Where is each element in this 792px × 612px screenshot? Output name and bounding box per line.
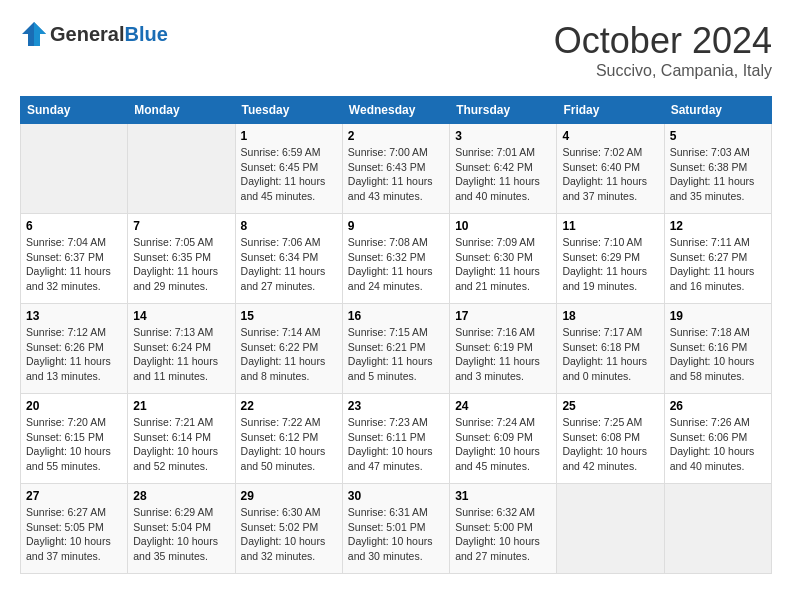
weekday-header-row: SundayMondayTuesdayWednesdayThursdayFrid… — [21, 97, 772, 124]
day-number: 12 — [670, 219, 766, 233]
svg-marker-1 — [34, 22, 46, 46]
day-number: 11 — [562, 219, 658, 233]
weekday-header: Thursday — [450, 97, 557, 124]
day-number: 26 — [670, 399, 766, 413]
day-number: 18 — [562, 309, 658, 323]
calendar-day-cell: 5Sunrise: 7:03 AM Sunset: 6:38 PM Daylig… — [664, 124, 771, 214]
day-number: 8 — [241, 219, 337, 233]
day-info: Sunrise: 7:17 AM Sunset: 6:18 PM Dayligh… — [562, 325, 658, 384]
day-number: 13 — [26, 309, 122, 323]
day-info: Sunrise: 7:06 AM Sunset: 6:34 PM Dayligh… — [241, 235, 337, 294]
day-info: Sunrise: 7:26 AM Sunset: 6:06 PM Dayligh… — [670, 415, 766, 474]
calendar-day-cell: 25Sunrise: 7:25 AM Sunset: 6:08 PM Dayli… — [557, 394, 664, 484]
day-info: Sunrise: 6:30 AM Sunset: 5:02 PM Dayligh… — [241, 505, 337, 564]
weekday-header: Friday — [557, 97, 664, 124]
day-number: 31 — [455, 489, 551, 503]
day-info: Sunrise: 7:04 AM Sunset: 6:37 PM Dayligh… — [26, 235, 122, 294]
calendar-day-cell — [664, 484, 771, 574]
calendar-week-row: 20Sunrise: 7:20 AM Sunset: 6:15 PM Dayli… — [21, 394, 772, 484]
calendar-day-cell: 4Sunrise: 7:02 AM Sunset: 6:40 PM Daylig… — [557, 124, 664, 214]
day-number: 6 — [26, 219, 122, 233]
day-info: Sunrise: 7:18 AM Sunset: 6:16 PM Dayligh… — [670, 325, 766, 384]
logo: GeneralBlue — [20, 20, 168, 48]
calendar-day-cell: 30Sunrise: 6:31 AM Sunset: 5:01 PM Dayli… — [342, 484, 449, 574]
calendar-week-row: 13Sunrise: 7:12 AM Sunset: 6:26 PM Dayli… — [21, 304, 772, 394]
day-number: 28 — [133, 489, 229, 503]
day-number: 17 — [455, 309, 551, 323]
day-number: 19 — [670, 309, 766, 323]
calendar-week-row: 27Sunrise: 6:27 AM Sunset: 5:05 PM Dayli… — [21, 484, 772, 574]
day-info: Sunrise: 7:24 AM Sunset: 6:09 PM Dayligh… — [455, 415, 551, 474]
calendar-day-cell: 12Sunrise: 7:11 AM Sunset: 6:27 PM Dayli… — [664, 214, 771, 304]
calendar-day-cell — [21, 124, 128, 214]
calendar-day-cell: 18Sunrise: 7:17 AM Sunset: 6:18 PM Dayli… — [557, 304, 664, 394]
calendar-day-cell — [557, 484, 664, 574]
day-info: Sunrise: 6:27 AM Sunset: 5:05 PM Dayligh… — [26, 505, 122, 564]
day-info: Sunrise: 7:09 AM Sunset: 6:30 PM Dayligh… — [455, 235, 551, 294]
weekday-header: Saturday — [664, 97, 771, 124]
day-info: Sunrise: 6:31 AM Sunset: 5:01 PM Dayligh… — [348, 505, 444, 564]
calendar-day-cell: 2Sunrise: 7:00 AM Sunset: 6:43 PM Daylig… — [342, 124, 449, 214]
weekday-header: Wednesday — [342, 97, 449, 124]
day-info: Sunrise: 7:01 AM Sunset: 6:42 PM Dayligh… — [455, 145, 551, 204]
day-info: Sunrise: 7:16 AM Sunset: 6:19 PM Dayligh… — [455, 325, 551, 384]
day-number: 25 — [562, 399, 658, 413]
day-info: Sunrise: 7:10 AM Sunset: 6:29 PM Dayligh… — [562, 235, 658, 294]
calendar-day-cell: 1Sunrise: 6:59 AM Sunset: 6:45 PM Daylig… — [235, 124, 342, 214]
calendar-day-cell: 10Sunrise: 7:09 AM Sunset: 6:30 PM Dayli… — [450, 214, 557, 304]
calendar-day-cell: 3Sunrise: 7:01 AM Sunset: 6:42 PM Daylig… — [450, 124, 557, 214]
logo-icon — [20, 20, 48, 48]
day-number: 15 — [241, 309, 337, 323]
calendar-day-cell — [128, 124, 235, 214]
calendar-day-cell: 14Sunrise: 7:13 AM Sunset: 6:24 PM Dayli… — [128, 304, 235, 394]
day-number: 24 — [455, 399, 551, 413]
day-info: Sunrise: 7:08 AM Sunset: 6:32 PM Dayligh… — [348, 235, 444, 294]
day-number: 29 — [241, 489, 337, 503]
day-number: 9 — [348, 219, 444, 233]
calendar-day-cell: 27Sunrise: 6:27 AM Sunset: 5:05 PM Dayli… — [21, 484, 128, 574]
calendar-week-row: 1Sunrise: 6:59 AM Sunset: 6:45 PM Daylig… — [21, 124, 772, 214]
day-number: 20 — [26, 399, 122, 413]
day-info: Sunrise: 7:14 AM Sunset: 6:22 PM Dayligh… — [241, 325, 337, 384]
calendar-day-cell: 19Sunrise: 7:18 AM Sunset: 6:16 PM Dayli… — [664, 304, 771, 394]
calendar-day-cell: 13Sunrise: 7:12 AM Sunset: 6:26 PM Dayli… — [21, 304, 128, 394]
day-number: 30 — [348, 489, 444, 503]
month-title: October 2024 — [554, 20, 772, 62]
day-info: Sunrise: 6:29 AM Sunset: 5:04 PM Dayligh… — [133, 505, 229, 564]
day-info: Sunrise: 7:13 AM Sunset: 6:24 PM Dayligh… — [133, 325, 229, 384]
day-number: 27 — [26, 489, 122, 503]
day-number: 14 — [133, 309, 229, 323]
day-info: Sunrise: 7:22 AM Sunset: 6:12 PM Dayligh… — [241, 415, 337, 474]
day-number: 3 — [455, 129, 551, 143]
calendar-day-cell: 26Sunrise: 7:26 AM Sunset: 6:06 PM Dayli… — [664, 394, 771, 484]
calendar-day-cell: 20Sunrise: 7:20 AM Sunset: 6:15 PM Dayli… — [21, 394, 128, 484]
logo-text: GeneralBlue — [50, 23, 168, 46]
calendar-day-cell: 31Sunrise: 6:32 AM Sunset: 5:00 PM Dayli… — [450, 484, 557, 574]
page-header: GeneralBlue October 2024 Succivo, Campan… — [20, 20, 772, 80]
calendar-day-cell: 24Sunrise: 7:24 AM Sunset: 6:09 PM Dayli… — [450, 394, 557, 484]
day-number: 2 — [348, 129, 444, 143]
day-info: Sunrise: 6:59 AM Sunset: 6:45 PM Dayligh… — [241, 145, 337, 204]
day-number: 21 — [133, 399, 229, 413]
calendar-day-cell: 22Sunrise: 7:22 AM Sunset: 6:12 PM Dayli… — [235, 394, 342, 484]
day-number: 1 — [241, 129, 337, 143]
weekday-header: Tuesday — [235, 97, 342, 124]
location: Succivo, Campania, Italy — [554, 62, 772, 80]
day-number: 7 — [133, 219, 229, 233]
calendar-table: SundayMondayTuesdayWednesdayThursdayFrid… — [20, 96, 772, 574]
calendar-day-cell: 15Sunrise: 7:14 AM Sunset: 6:22 PM Dayli… — [235, 304, 342, 394]
calendar-day-cell: 9Sunrise: 7:08 AM Sunset: 6:32 PM Daylig… — [342, 214, 449, 304]
day-info: Sunrise: 7:25 AM Sunset: 6:08 PM Dayligh… — [562, 415, 658, 474]
day-info: Sunrise: 7:02 AM Sunset: 6:40 PM Dayligh… — [562, 145, 658, 204]
day-number: 16 — [348, 309, 444, 323]
weekday-header: Monday — [128, 97, 235, 124]
day-info: Sunrise: 7:03 AM Sunset: 6:38 PM Dayligh… — [670, 145, 766, 204]
day-number: 5 — [670, 129, 766, 143]
day-info: Sunrise: 7:00 AM Sunset: 6:43 PM Dayligh… — [348, 145, 444, 204]
day-info: Sunrise: 7:23 AM Sunset: 6:11 PM Dayligh… — [348, 415, 444, 474]
calendar-day-cell: 8Sunrise: 7:06 AM Sunset: 6:34 PM Daylig… — [235, 214, 342, 304]
day-number: 10 — [455, 219, 551, 233]
calendar-day-cell: 29Sunrise: 6:30 AM Sunset: 5:02 PM Dayli… — [235, 484, 342, 574]
calendar-day-cell: 21Sunrise: 7:21 AM Sunset: 6:14 PM Dayli… — [128, 394, 235, 484]
day-number: 4 — [562, 129, 658, 143]
